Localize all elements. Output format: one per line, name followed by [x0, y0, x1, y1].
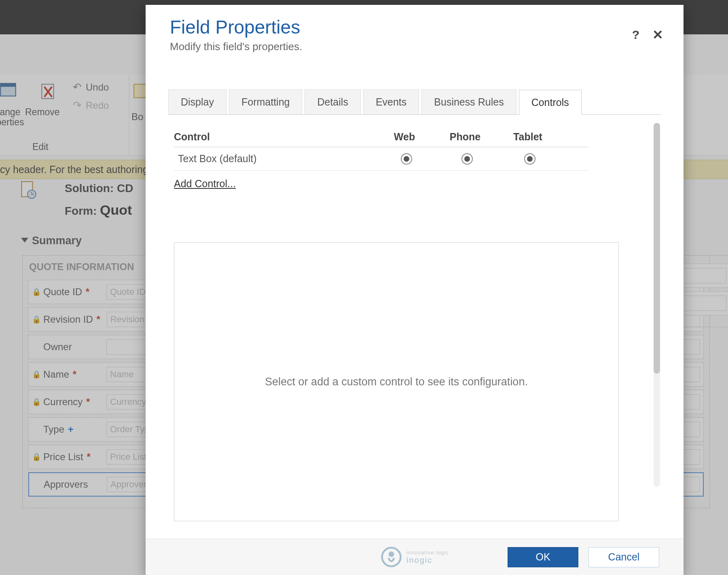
- tab-display[interactable]: Display: [168, 89, 226, 114]
- svg-point-7: [28, 190, 36, 199]
- remove-button[interactable]: Remove: [25, 107, 60, 117]
- radio-tablet[interactable]: [524, 153, 535, 165]
- inogic-logo-icon: [380, 546, 402, 568]
- redo-button[interactable]: Redo: [73, 99, 109, 112]
- control-name: Text Box (default): [174, 153, 376, 165]
- dialog-header: Field Properties Modify this field's pro…: [146, 5, 684, 57]
- field-label: Currency *: [43, 396, 100, 408]
- lock-icon: 🔒: [32, 452, 39, 461]
- lock-icon: 🔒: [32, 288, 39, 296]
- body-button-partial[interactable]: Bo: [131, 111, 143, 123]
- form-doc-icon: [18, 180, 38, 200]
- field-label: Type +: [43, 424, 100, 435]
- form-label-line: Form: Quot: [65, 202, 132, 218]
- cancel-button[interactable]: Cancel: [588, 547, 659, 567]
- dialog-title: Field Properties: [170, 16, 659, 38]
- col-control: Control: [174, 131, 376, 143]
- inogic-logo: innovative logic inogic: [380, 546, 449, 568]
- change-properties-icon: [0, 81, 18, 101]
- field-label: Owner: [43, 341, 100, 353]
- tab-business-rules[interactable]: Business Rules: [421, 89, 516, 114]
- col-web: Web: [376, 131, 437, 143]
- lock-icon: 🔒: [32, 370, 39, 379]
- field-label: Revision ID *: [43, 314, 100, 325]
- col-tablet: Tablet: [497, 131, 562, 143]
- control-row[interactable]: Text Box (default): [174, 147, 588, 171]
- dialog-footer: innovative logic inogic OK Cancel: [146, 539, 684, 575]
- controls-tab-panel: Control Web Phone Tablet Text Box (defau…: [174, 127, 655, 531]
- tab-events[interactable]: Events: [363, 89, 419, 114]
- field-label: Approvers: [44, 479, 100, 490]
- svg-point-11: [389, 552, 394, 557]
- field-label: Name *: [43, 369, 100, 380]
- tab-details[interactable]: Details: [305, 89, 360, 114]
- ok-button[interactable]: OK: [508, 547, 578, 567]
- close-icon[interactable]: ✕: [652, 27, 663, 42]
- col-phone: Phone: [437, 131, 497, 143]
- field-label: Quote ID *: [43, 286, 100, 298]
- summary-section-header[interactable]: Summary: [22, 235, 82, 247]
- lock-icon: 🔒: [32, 315, 39, 324]
- tab-controls[interactable]: Controls: [519, 90, 582, 115]
- lock-icon: 🔒: [32, 397, 39, 406]
- radio-phone[interactable]: [461, 153, 473, 165]
- ribbon-group-label: Edit: [32, 142, 49, 152]
- field-properties-dialog: Field Properties Modify this field's pro…: [146, 5, 684, 575]
- inogic-logo-text: innovative logic inogic: [406, 550, 449, 565]
- dialog-scrollbar[interactable]: [654, 123, 660, 487]
- undo-button[interactable]: Undo: [73, 81, 109, 93]
- control-config-placeholder: Select or add a custom control to see it…: [174, 242, 619, 521]
- help-icon[interactable]: ?: [632, 28, 639, 42]
- controls-table: Control Web Phone Tablet Text Box (defau…: [174, 127, 588, 190]
- radio-web[interactable]: [401, 153, 412, 165]
- scrollbar-thumb[interactable]: [654, 123, 660, 374]
- svg-rect-1: [0, 83, 16, 87]
- dialog-subtitle: Modify this field's properties.: [170, 40, 659, 53]
- change-properties-button[interactable]: angeperties: [0, 107, 24, 128]
- add-control-link[interactable]: Add Control...: [174, 178, 236, 190]
- controls-table-header: Control Web Phone Tablet: [174, 127, 588, 147]
- solution-label-line: Solution: CD: [65, 182, 133, 195]
- tabstrip: DisplayFormattingDetailsEventsBusiness R…: [168, 89, 661, 115]
- field-label: Price List *: [43, 451, 100, 463]
- tab-formatting[interactable]: Formatting: [229, 89, 302, 114]
- remove-icon: [38, 81, 59, 101]
